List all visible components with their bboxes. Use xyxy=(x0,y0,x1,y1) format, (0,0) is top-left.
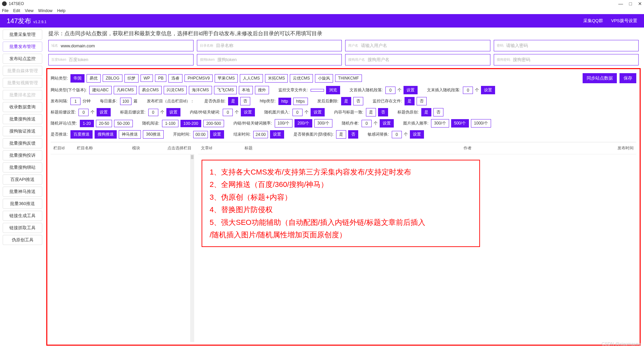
title-pre-value[interactable]: 0 xyxy=(78,109,89,116)
scrollbar[interactable] xyxy=(190,154,194,342)
title-pseudo-yes[interactable]: 是 xyxy=(421,108,431,116)
site-type-opt[interactable]: 迅睿 xyxy=(168,74,182,83)
baidu-token-input[interactable]: 百度token百度token xyxy=(48,54,194,65)
article-id-header[interactable]: 文章id xyxy=(198,145,242,151)
sidebar-item-monitor[interactable]: 发布站点监控 xyxy=(3,54,42,64)
username-input[interactable]: 用户名请输入用户名 xyxy=(345,40,490,51)
site-type-opt[interactable]: 小旋风 xyxy=(315,74,333,83)
pseudo-yes[interactable]: 是 xyxy=(228,97,238,105)
site-type-next-opt[interactable]: 凡科CMS xyxy=(114,86,137,94)
start-set[interactable]: 设置 xyxy=(210,130,224,139)
site-type-opt[interactable]: 易优 xyxy=(87,74,101,83)
author-value[interactable]: 0 xyxy=(362,120,372,127)
http-opt[interactable]: http xyxy=(278,98,291,105)
sidebar-item-collect[interactable]: 批量采集管理 xyxy=(3,30,42,40)
col-select-header[interactable]: 点击选择栏目 xyxy=(155,145,194,151)
end-set[interactable]: 设置 xyxy=(270,130,284,139)
comment-opt[interactable]: 20-50 xyxy=(96,120,112,127)
site-type-next-opt[interactable]: 本地 xyxy=(239,86,253,94)
push-opt[interactable]: 神马推送 xyxy=(119,130,141,139)
sidebar-item-sogou-verify[interactable]: 搜狗验证推送 xyxy=(3,126,42,136)
password-input[interactable]: 密码请输入密码 xyxy=(494,40,639,51)
sidebar-item-baidu-api[interactable]: 百度API推送 xyxy=(3,175,42,185)
close-button[interactable]: ✕ xyxy=(638,1,642,6)
sogou-user-input[interactable]: 搜狗用户名搜狗用户名 xyxy=(345,54,490,65)
sidebar-item-sogou-feedback[interactable]: 批量搜狗反馈 xyxy=(3,138,42,148)
interval-value[interactable]: 1 xyxy=(70,98,80,105)
menu-help[interactable]: Help xyxy=(57,8,66,13)
link-qq-group[interactable]: 采集QQ群 xyxy=(583,18,603,24)
read-opt[interactable]: 200-500 xyxy=(203,120,224,127)
sidebar-item-pseudo-tool[interactable]: 伪原创工具 xyxy=(3,235,42,245)
kwfreq-opt[interactable]: 100/个 xyxy=(275,119,292,128)
keywords-value[interactable]: 0 xyxy=(223,109,233,116)
domain-input[interactable]: 域名www.domain.com xyxy=(48,40,194,51)
monitor-exist-yes[interactable]: 是 xyxy=(405,97,415,105)
comment-opt[interactable]: 1-20 xyxy=(80,120,94,127)
push-opt[interactable]: 百度推送 xyxy=(70,130,93,139)
site-type-opt[interactable]: 人人CMS xyxy=(240,74,263,83)
head-insert-set[interactable]: 设置 xyxy=(404,86,418,94)
https-opt[interactable]: https xyxy=(293,98,308,105)
site-type-next-opt[interactable]: 建站ABC xyxy=(89,86,112,94)
site-type-opt[interactable]: 云优CMS xyxy=(290,74,313,83)
sidebar-item-link-crawl[interactable]: 链接抓取工具 xyxy=(3,223,42,233)
sidebar-item-video[interactable]: 批量短视频管理 xyxy=(3,78,42,88)
site-type-opt[interactable]: PHPCMSV9 xyxy=(184,75,213,82)
col-name-header[interactable]: 栏目名称 xyxy=(74,145,118,151)
site-type-opt[interactable]: 织梦 xyxy=(124,74,139,83)
menu-edit[interactable]: Edit xyxy=(13,8,20,13)
sidebar-item-index-query[interactable]: 收录数据查询 xyxy=(3,102,42,112)
content-title-yes[interactable]: 是 xyxy=(366,108,376,116)
site-type-next-opt[interactable]: 海洋CMS xyxy=(189,86,212,94)
comment-opt[interactable]: 50-200 xyxy=(114,120,132,127)
replaceimg-yes[interactable]: 是 xyxy=(336,130,346,139)
read-opt[interactable]: 100-200 xyxy=(180,120,201,127)
site-type-opt[interactable]: 苹果CMS xyxy=(215,74,238,83)
menu-view[interactable]: View xyxy=(25,8,34,13)
imgfreq-opt[interactable]: 1000/个 xyxy=(471,119,491,128)
site-type-next-opt[interactable]: 搜外 xyxy=(255,86,269,94)
randimg-value[interactable]: 0 xyxy=(292,109,303,116)
sogou-token-input[interactable]: 搜狗token搜狗token xyxy=(197,54,342,65)
site-type-opt[interactable]: 米拓CMS xyxy=(265,74,288,83)
sidebar-item-publish[interactable]: 批量发布管理 xyxy=(3,42,42,52)
afterdel-yes[interactable]: 是 xyxy=(341,97,351,105)
sidebar-item-shenma-push[interactable]: 批量神马推送 xyxy=(3,187,42,197)
end-value[interactable]: 24:00 xyxy=(253,131,268,138)
sensword-value[interactable]: 0 xyxy=(392,131,402,138)
push-opt[interactable]: 360推送 xyxy=(143,130,164,139)
sidebar-item-sogou-push[interactable]: 批量搜狗推送 xyxy=(3,114,42,124)
sidebar-item-media[interactable]: 批量自媒体管理 xyxy=(3,66,42,76)
col-module-header[interactable]: 模块 xyxy=(118,145,155,151)
imgfreq-opt[interactable]: 300/个 xyxy=(431,119,449,128)
replaceimg-no[interactable]: 否 xyxy=(348,130,358,139)
randimg-set[interactable]: 设置 xyxy=(311,108,325,116)
dirname-input[interactable]: 目录名称目录名称 xyxy=(197,40,342,51)
article-author-header[interactable]: 作者 xyxy=(329,145,606,151)
site-type-opt[interactable]: 帝国 xyxy=(70,74,85,83)
push-opt[interactable]: 搜狗推送 xyxy=(95,130,117,139)
daily-value[interactable]: 100 xyxy=(120,98,131,105)
col-id-header[interactable]: 栏目id xyxy=(51,145,74,151)
sidebar-item-rank[interactable]: 批量排名监控 xyxy=(3,90,42,100)
site-type-next-opt[interactable]: 易企CMS xyxy=(139,86,162,94)
columns-table-body[interactable] xyxy=(51,154,190,342)
link-vps-settings[interactable]: VPS拨号设置 xyxy=(611,18,637,24)
author-set[interactable]: 设置 xyxy=(380,119,394,128)
tail-insert-set[interactable]: 设置 xyxy=(481,86,495,94)
maximize-button[interactable]: □ xyxy=(629,1,632,6)
browse-button[interactable]: 浏览 xyxy=(326,86,340,94)
site-type-next-opt[interactable]: 飞飞CMS xyxy=(214,86,237,94)
pseudo-no[interactable]: 否 xyxy=(240,97,250,105)
sidebar-item-sogou-bind[interactable]: 批量搜狗绑站 xyxy=(3,162,42,172)
content-title-no[interactable]: 否 xyxy=(378,108,388,116)
site-type-opt[interactable]: THINKCMF xyxy=(335,75,362,82)
site-type-opt[interactable]: WP xyxy=(141,75,153,82)
head-insert-value[interactable]: 0 xyxy=(385,87,395,94)
monitor-exist-no[interactable]: 否 xyxy=(417,97,427,105)
title-pre-set[interactable]: 设置 xyxy=(97,108,111,116)
minimize-button[interactable]: — xyxy=(619,1,623,6)
kwfreq-opt[interactable]: 300/个 xyxy=(314,119,332,128)
site-type-next-opt[interactable]: 闪灵CMS xyxy=(164,86,187,94)
